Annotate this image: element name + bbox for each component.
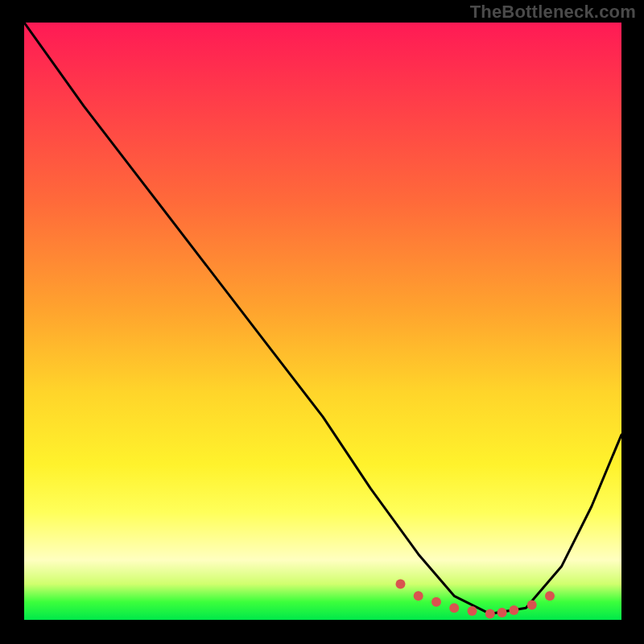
bottleneck-curve <box>24 23 621 614</box>
curve-layer <box>24 23 621 620</box>
marker-dot <box>449 603 459 613</box>
marker-dot <box>431 597 441 607</box>
marker-dot <box>414 591 423 601</box>
watermark-text: TheBottleneck.com <box>470 2 636 23</box>
marker-dot <box>545 591 555 601</box>
marker-dot <box>396 580 406 589</box>
marker-dot <box>468 606 477 616</box>
marker-dot <box>485 609 495 619</box>
marker-dot <box>509 605 518 615</box>
marker-dot <box>527 601 537 610</box>
plot-area <box>24 23 621 620</box>
highlight-dots <box>396 580 555 619</box>
chart-frame: TheBottleneck.com <box>0 0 644 644</box>
marker-dot <box>497 608 507 617</box>
